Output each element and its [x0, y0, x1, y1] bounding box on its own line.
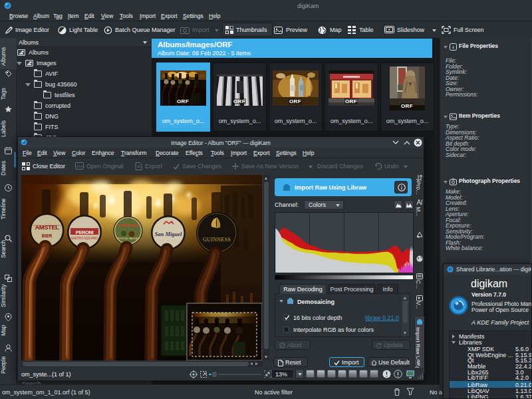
svg-text:BIER: BIER	[42, 233, 53, 238]
svg-text:TROPICAL PALE ALE: TROPICAL PALE ALE	[116, 237, 140, 240]
svg-text:AMSTEL: AMSTEL	[35, 223, 59, 231]
svg-text:GAMMA RAE: GAMMA RAE	[118, 223, 139, 227]
svg-text:PERONI: PERONI	[76, 229, 94, 235]
svg-text:GUINNESS: GUINNESS	[203, 237, 231, 243]
svg-text:NASTRO AZZURRO: NASTRO AZZURRO	[70, 237, 98, 240]
svg-text:San Miguel: San Miguel	[155, 231, 182, 237]
